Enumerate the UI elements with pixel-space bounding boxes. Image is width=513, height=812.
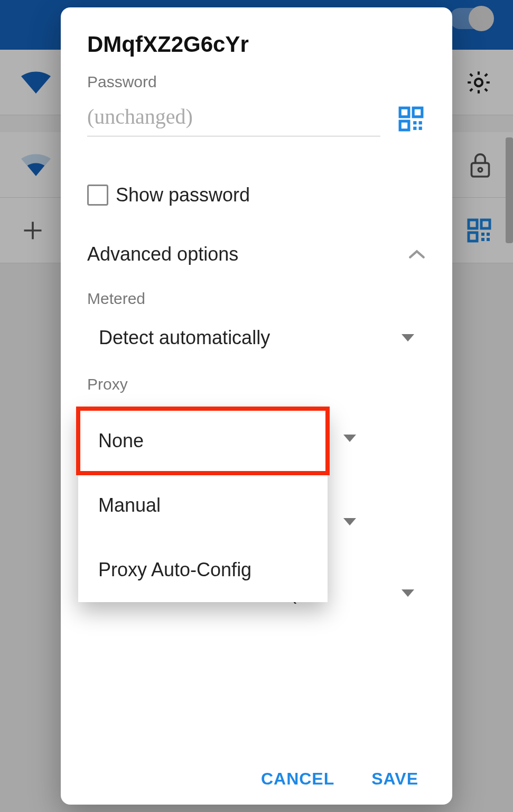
metered-value: Detect automatically (99, 327, 270, 349)
qr-scan-button[interactable] (396, 104, 426, 134)
proxy-label: Proxy (87, 375, 426, 393)
chevron-down-icon (402, 334, 414, 342)
dialog-title: DMqfXZ2G6cYr (87, 32, 426, 57)
proxy-option-auto[interactable]: Proxy Auto-Config (78, 538, 328, 602)
svg-rect-14 (419, 121, 422, 124)
svg-rect-11 (413, 108, 422, 117)
chevron-up-icon (408, 249, 426, 260)
svg-rect-13 (413, 121, 416, 124)
advanced-options-label: Advanced options (87, 243, 238, 265)
proxy-option-none[interactable]: None (78, 409, 328, 473)
svg-rect-15 (413, 127, 416, 130)
password-input[interactable] (87, 102, 380, 136)
svg-rect-12 (400, 121, 409, 130)
svg-rect-10 (400, 108, 409, 117)
advanced-options-toggle[interactable]: Advanced options (87, 243, 426, 265)
proxy-options-menu: None Manual Proxy Auto-Config (78, 409, 328, 602)
wifi-edit-dialog: DMqfXZ2G6cYr Password Show password Adva… (61, 7, 452, 805)
save-button[interactable]: SAVE (371, 769, 418, 789)
svg-rect-16 (419, 127, 422, 130)
password-label: Password (87, 73, 426, 91)
show-password-checkbox[interactable]: Show password (87, 184, 426, 206)
metered-label: Metered (87, 290, 426, 308)
chevron-down-icon (343, 435, 356, 442)
proxy-option-manual[interactable]: Manual (78, 473, 328, 538)
checkbox-box-icon (87, 184, 108, 206)
chevron-down-icon (343, 518, 356, 525)
show-password-label: Show password (116, 184, 250, 206)
metered-dropdown[interactable]: Detect automatically (99, 319, 426, 356)
cancel-button[interactable]: CANCEL (261, 769, 334, 789)
chevron-down-icon (402, 589, 414, 597)
